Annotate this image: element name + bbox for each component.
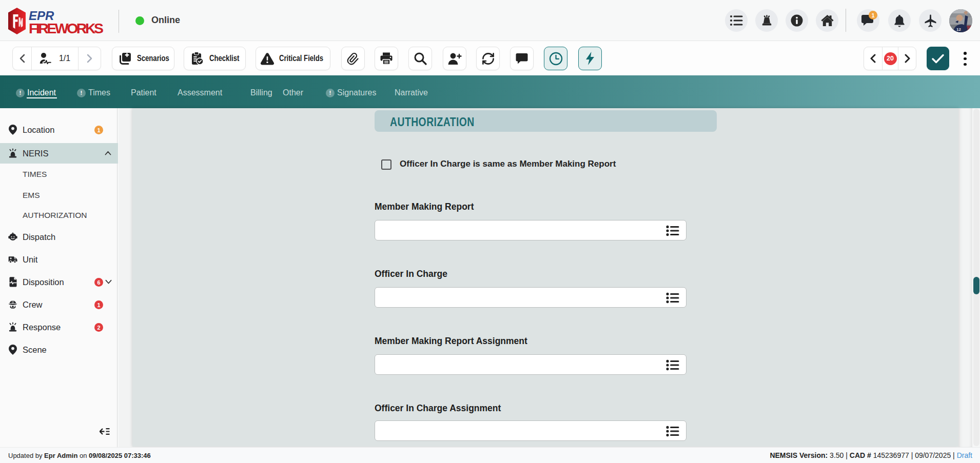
svg-text:FIREWORKS: FIREWORKS <box>29 20 104 34</box>
svg-text:12: 12 <box>956 27 961 32</box>
